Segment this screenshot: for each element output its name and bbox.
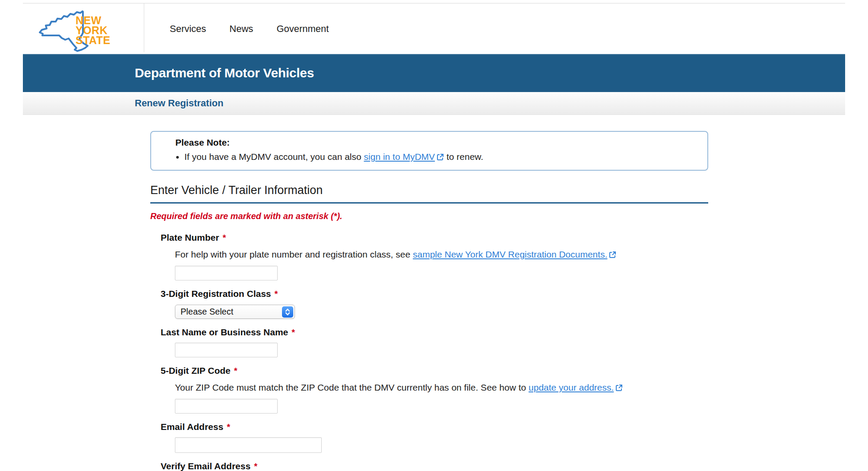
zip-help-prefix: Your ZIP Code must match the ZIP Code th…: [175, 382, 529, 392]
external-link-icon: [437, 153, 444, 163]
required-fields-note: Required fields are marked with an aster…: [150, 211, 708, 221]
selected-option-text: Please Select: [181, 307, 233, 317]
note-list-item: If you have a MyDMV account, you can als…: [184, 152, 699, 163]
required-asterisk: *: [234, 366, 238, 376]
update-your-address-link[interactable]: update your address.: [529, 382, 614, 392]
sign-in-to-mydmv-link[interactable]: sign in to MyDMV: [364, 152, 435, 162]
required-asterisk: *: [227, 422, 230, 432]
registration-class-select[interactable]: Please Select: [175, 305, 295, 319]
note-heading: Please Note:: [175, 137, 699, 148]
required-asterisk: *: [275, 289, 278, 299]
logo-line-3: STATE: [76, 35, 111, 45]
registration-class-group: 3-Digit Registration Class* Please Selec…: [161, 289, 708, 319]
top-nav: Services News Government: [170, 3, 329, 54]
nav-item-government[interactable]: Government: [276, 23, 329, 35]
agency-title: Department of Motor Vehicles: [135, 66, 314, 80]
required-asterisk: *: [222, 233, 226, 242]
breadcrumb[interactable]: Renew Registration: [135, 98, 223, 109]
verify-email-label: Verify Email Address: [161, 461, 250, 471]
zip-code-label: 5-Digit ZIP Code: [161, 366, 231, 376]
please-note-box: Please Note: If you have a MyDMV account…: [150, 131, 708, 171]
plate-number-input[interactable]: [175, 266, 278, 280]
renew-registration-form: Plate Number* For help with your plate n…: [150, 232, 708, 471]
nav-item-news[interactable]: News: [229, 23, 253, 35]
external-link-icon: [615, 383, 623, 394]
last-name-input[interactable]: [175, 343, 278, 357]
note-list: If you have a MyDMV account, you can als…: [175, 152, 699, 163]
nys-logo[interactable]: NEW YORK STATE: [37, 7, 111, 52]
email-label: Email Address: [161, 422, 223, 432]
email-group: Email Address*: [161, 422, 708, 453]
required-asterisk: *: [254, 461, 257, 471]
last-name-group: Last Name or Business Name*: [161, 327, 708, 357]
zip-code-help: Your ZIP Code must match the ZIP Code th…: [175, 382, 708, 394]
plate-help-prefix: For help with your plate number and regi…: [175, 249, 413, 259]
page-title: Enter Vehicle / Trailer Information: [150, 184, 708, 204]
plate-number-help: For help with your plate number and regi…: [175, 249, 708, 261]
email-input[interactable]: [175, 437, 322, 453]
verify-email-group: Verify Email Address*: [161, 461, 708, 471]
note-text-suffix: to renew.: [444, 152, 483, 162]
registration-documents-link[interactable]: sample New York DMV Registration Documen…: [413, 249, 608, 259]
required-asterisk: *: [291, 328, 295, 337]
zip-code-input[interactable]: [175, 399, 278, 414]
agency-banner: Department of Motor Vehicles: [23, 54, 845, 92]
zip-code-group: 5-Digit ZIP Code* Your ZIP Code must mat…: [161, 366, 708, 414]
plate-number-group: Plate Number* For help with your plate n…: [161, 232, 708, 280]
note-text-prefix: If you have a MyDMV account, you can als…: [184, 152, 364, 162]
select-chevrons-icon: [282, 306, 293, 318]
registration-class-label: 3-Digit Registration Class: [161, 289, 271, 299]
nav-item-services[interactable]: Services: [170, 23, 206, 35]
external-link-icon: [609, 250, 616, 261]
last-name-label: Last Name or Business Name: [161, 327, 288, 337]
breadcrumb-bar: Renew Registration: [23, 92, 845, 115]
site-header: NEW YORK STATE Services News Government: [23, 3, 845, 54]
header-divider: [144, 3, 144, 52]
plate-number-label: Plate Number: [161, 232, 219, 242]
main-content: Please Note: If you have a MyDMV account…: [150, 131, 708, 471]
logo-wordmark: NEW YORK STATE: [76, 16, 111, 45]
